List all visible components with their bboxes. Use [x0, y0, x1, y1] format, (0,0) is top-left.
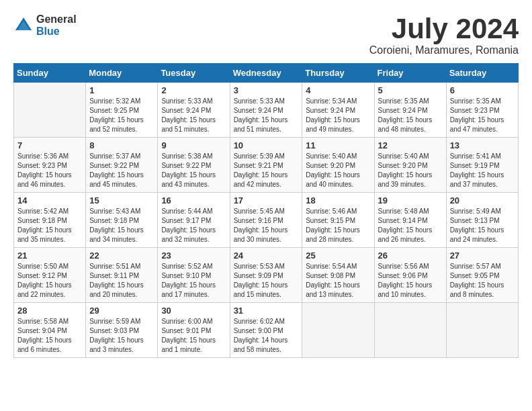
day-info: Sunrise: 5:34 AM Sunset: 9:24 PM Dayligh… — [306, 97, 370, 134]
calendar-cell: 7Sunrise: 5:36 AM Sunset: 9:23 PM Daylig… — [14, 138, 86, 193]
calendar-cell: 9Sunrise: 5:38 AM Sunset: 9:22 PM Daylig… — [158, 138, 230, 193]
day-number: 16 — [161, 195, 226, 205]
day-number: 14 — [17, 195, 82, 205]
logo-text: General Blue — [36, 13, 77, 37]
day-info: Sunrise: 5:42 AM Sunset: 9:18 PM Dayligh… — [17, 207, 82, 244]
calendar-cell: 21Sunrise: 5:50 AM Sunset: 9:12 PM Dayli… — [14, 248, 86, 303]
day-info: Sunrise: 5:37 AM Sunset: 9:22 PM Dayligh… — [89, 152, 154, 189]
calendar-cell: 6Sunrise: 5:35 AM Sunset: 9:23 PM Daylig… — [446, 83, 518, 138]
calendar-cell: 29Sunrise: 5:59 AM Sunset: 9:03 PM Dayli… — [86, 303, 158, 358]
day-info: Sunrise: 5:45 AM Sunset: 9:16 PM Dayligh… — [234, 207, 299, 244]
calendar-cell: 16Sunrise: 5:44 AM Sunset: 9:17 PM Dayli… — [158, 193, 230, 248]
day-number: 17 — [234, 195, 299, 205]
day-number: 5 — [378, 85, 443, 95]
calendar-cell: 14Sunrise: 5:42 AM Sunset: 9:18 PM Dayli… — [14, 193, 86, 248]
calendar-cell: 1Sunrise: 5:32 AM Sunset: 9:25 PM Daylig… — [86, 83, 158, 138]
day-number: 7 — [17, 140, 82, 150]
calendar-cell: 4Sunrise: 5:34 AM Sunset: 9:24 PM Daylig… — [302, 83, 374, 138]
day-number: 8 — [89, 140, 154, 150]
page-header: General Blue July 2024 Coroieni, Maramur… — [13, 13, 519, 56]
day-number: 3 — [234, 85, 299, 95]
day-number: 15 — [89, 195, 154, 205]
calendar-cell: 30Sunrise: 6:00 AM Sunset: 9:01 PM Dayli… — [158, 303, 230, 358]
day-info: Sunrise: 5:36 AM Sunset: 9:23 PM Dayligh… — [17, 152, 82, 189]
calendar-table: SundayMondayTuesdayWednesdayThursdayFrid… — [13, 63, 519, 358]
day-number: 20 — [450, 195, 515, 205]
day-info: Sunrise: 5:52 AM Sunset: 9:10 PM Dayligh… — [161, 262, 226, 300]
day-info: Sunrise: 5:44 AM Sunset: 9:17 PM Dayligh… — [161, 207, 226, 244]
day-number: 26 — [378, 250, 443, 261]
calendar-week-3: 21Sunrise: 5:50 AM Sunset: 9:12 PM Dayli… — [14, 248, 519, 303]
day-number: 27 — [450, 250, 515, 261]
day-info: Sunrise: 5:38 AM Sunset: 9:22 PM Dayligh… — [161, 152, 226, 189]
header-monday: Monday — [86, 64, 158, 83]
day-number: 10 — [234, 140, 299, 150]
calendar-cell: 2Sunrise: 5:33 AM Sunset: 9:24 PM Daylig… — [158, 83, 230, 138]
day-info: Sunrise: 5:35 AM Sunset: 9:24 PM Dayligh… — [378, 97, 443, 134]
calendar-cell: 5Sunrise: 5:35 AM Sunset: 9:24 PM Daylig… — [374, 83, 446, 138]
title-area: July 2024 Coroieni, Maramures, Romania — [369, 13, 519, 56]
logo-general: General — [36, 13, 77, 26]
day-info: Sunrise: 5:33 AM Sunset: 9:24 PM Dayligh… — [234, 97, 299, 134]
header-thursday: Thursday — [302, 64, 374, 83]
day-info: Sunrise: 5:51 AM Sunset: 9:11 PM Dayligh… — [89, 262, 154, 300]
logo-icon — [13, 15, 34, 36]
day-info: Sunrise: 5:46 AM Sunset: 9:15 PM Dayligh… — [306, 207, 370, 244]
day-info: Sunrise: 5:54 AM Sunset: 9:08 PM Dayligh… — [306, 262, 370, 300]
day-number: 30 — [161, 306, 226, 316]
location-subtitle: Coroieni, Maramures, Romania — [369, 44, 519, 56]
calendar-cell: 3Sunrise: 5:33 AM Sunset: 9:24 PM Daylig… — [230, 83, 302, 138]
header-row: SundayMondayTuesdayWednesdayThursdayFrid… — [14, 64, 519, 83]
day-info: Sunrise: 6:02 AM Sunset: 9:00 PM Dayligh… — [234, 317, 299, 355]
header-saturday: Saturday — [446, 64, 518, 83]
day-number: 21 — [17, 250, 82, 261]
day-number: 23 — [161, 250, 226, 261]
day-number: 25 — [306, 250, 370, 261]
calendar-cell: 11Sunrise: 5:40 AM Sunset: 9:20 PM Dayli… — [302, 138, 374, 193]
day-info: Sunrise: 5:57 AM Sunset: 9:05 PM Dayligh… — [450, 262, 515, 300]
calendar-cell: 12Sunrise: 5:40 AM Sunset: 9:20 PM Dayli… — [374, 138, 446, 193]
day-number: 12 — [378, 140, 443, 150]
day-info: Sunrise: 5:40 AM Sunset: 9:20 PM Dayligh… — [378, 152, 443, 189]
day-info: Sunrise: 5:48 AM Sunset: 9:14 PM Dayligh… — [378, 207, 443, 244]
day-info: Sunrise: 5:56 AM Sunset: 9:06 PM Dayligh… — [378, 262, 443, 300]
day-info: Sunrise: 5:40 AM Sunset: 9:20 PM Dayligh… — [306, 152, 370, 189]
calendar-cell: 13Sunrise: 5:41 AM Sunset: 9:19 PM Dayli… — [446, 138, 518, 193]
calendar-cell: 19Sunrise: 5:48 AM Sunset: 9:14 PM Dayli… — [374, 193, 446, 248]
calendar-cell: 27Sunrise: 5:57 AM Sunset: 9:05 PM Dayli… — [446, 248, 518, 303]
calendar-cell: 8Sunrise: 5:37 AM Sunset: 9:22 PM Daylig… — [86, 138, 158, 193]
header-sunday: Sunday — [14, 64, 86, 83]
calendar-cell: 18Sunrise: 5:46 AM Sunset: 9:15 PM Dayli… — [302, 193, 374, 248]
day-info: Sunrise: 5:50 AM Sunset: 9:12 PM Dayligh… — [17, 262, 82, 300]
day-info: Sunrise: 5:32 AM Sunset: 9:25 PM Dayligh… — [89, 97, 154, 134]
day-number: 29 — [89, 306, 154, 316]
day-info: Sunrise: 5:35 AM Sunset: 9:23 PM Dayligh… — [450, 97, 515, 134]
calendar-cell — [446, 303, 518, 358]
logo-blue: Blue — [36, 26, 77, 38]
day-number: 18 — [306, 195, 370, 205]
calendar-cell: 28Sunrise: 5:58 AM Sunset: 9:04 PM Dayli… — [14, 303, 86, 358]
day-info: Sunrise: 6:00 AM Sunset: 9:01 PM Dayligh… — [161, 317, 226, 355]
day-info: Sunrise: 5:43 AM Sunset: 9:18 PM Dayligh… — [89, 207, 154, 244]
calendar-cell: 23Sunrise: 5:52 AM Sunset: 9:10 PM Dayli… — [158, 248, 230, 303]
day-number: 6 — [450, 85, 515, 95]
calendar-cell — [374, 303, 446, 358]
day-info: Sunrise: 5:49 AM Sunset: 9:13 PM Dayligh… — [450, 207, 515, 244]
day-info: Sunrise: 5:33 AM Sunset: 9:24 PM Dayligh… — [161, 97, 226, 134]
calendar-cell: 22Sunrise: 5:51 AM Sunset: 9:11 PM Dayli… — [86, 248, 158, 303]
calendar-body: 1Sunrise: 5:32 AM Sunset: 9:25 PM Daylig… — [14, 83, 519, 358]
day-number: 19 — [378, 195, 443, 205]
day-info: Sunrise: 5:39 AM Sunset: 9:21 PM Dayligh… — [234, 152, 299, 189]
day-info: Sunrise: 5:59 AM Sunset: 9:03 PM Dayligh… — [89, 317, 154, 355]
day-number: 4 — [306, 85, 370, 95]
header-wednesday: Wednesday — [230, 64, 302, 83]
day-number: 28 — [17, 306, 82, 316]
day-number: 13 — [450, 140, 515, 150]
calendar-cell: 31Sunrise: 6:02 AM Sunset: 9:00 PM Dayli… — [230, 303, 302, 358]
calendar-header: SundayMondayTuesdayWednesdayThursdayFrid… — [14, 64, 519, 83]
calendar-week-1: 7Sunrise: 5:36 AM Sunset: 9:23 PM Daylig… — [14, 138, 519, 193]
calendar-cell: 15Sunrise: 5:43 AM Sunset: 9:18 PM Dayli… — [86, 193, 158, 248]
calendar-week-0: 1Sunrise: 5:32 AM Sunset: 9:25 PM Daylig… — [14, 83, 519, 138]
day-number: 2 — [161, 85, 226, 95]
calendar-cell: 26Sunrise: 5:56 AM Sunset: 9:06 PM Dayli… — [374, 248, 446, 303]
